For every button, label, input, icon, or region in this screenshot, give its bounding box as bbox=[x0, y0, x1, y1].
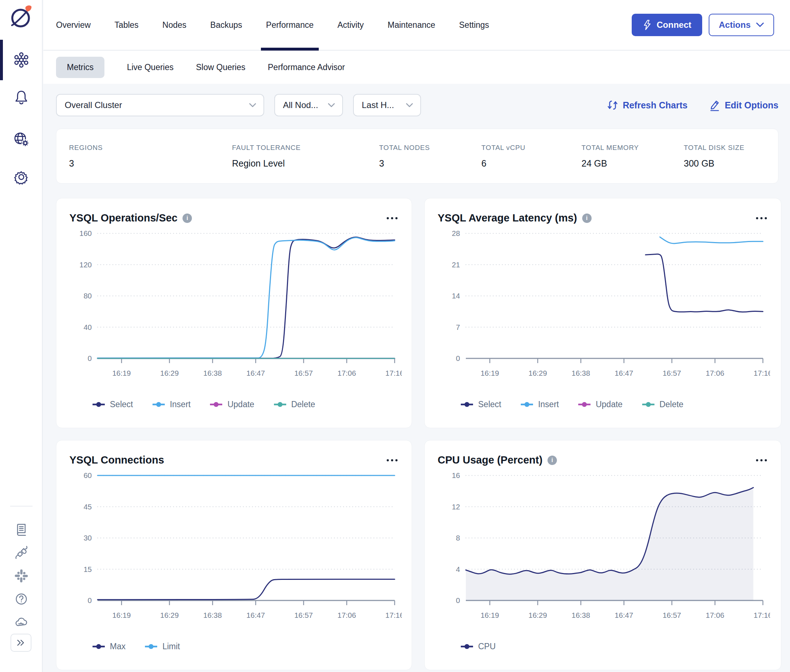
stat-value: 3 bbox=[379, 158, 481, 169]
svg-text:12: 12 bbox=[452, 502, 460, 511]
legend-item-update[interactable]: Update bbox=[210, 400, 254, 410]
svg-text:16:38: 16:38 bbox=[572, 611, 590, 619]
tab-activity[interactable]: Activity bbox=[338, 0, 364, 50]
tab-nodes[interactable]: Nodes bbox=[162, 0, 186, 50]
subtab-slow-queries[interactable]: Slow Queries bbox=[196, 62, 245, 72]
chart-menu-icon[interactable] bbox=[383, 455, 401, 466]
chart-legend: MaxLimit bbox=[93, 642, 401, 651]
legend-label: Insert bbox=[538, 400, 559, 410]
chart-card-ysql-connections: YSQL Connections 01530456016:1916:2916:3… bbox=[56, 440, 412, 670]
svg-text:45: 45 bbox=[83, 502, 92, 511]
legend-label: Update bbox=[227, 400, 254, 410]
time-range-select[interactable]: Last H... bbox=[353, 94, 421, 116]
legend-label: Delete bbox=[660, 400, 683, 410]
chart-menu-icon[interactable] bbox=[383, 213, 401, 224]
stat-value: 6 bbox=[481, 158, 582, 169]
stat-label: TOTAL DISK SIZE bbox=[684, 144, 778, 152]
svg-text:16:47: 16:47 bbox=[247, 611, 265, 619]
svg-text:21: 21 bbox=[452, 261, 460, 269]
svg-text:17:16: 17:16 bbox=[385, 611, 402, 619]
legend-item-insert[interactable]: Insert bbox=[521, 400, 559, 410]
stat-total-disk: TOTAL DISK SIZE 300 GB bbox=[684, 144, 778, 169]
legend-item-insert[interactable]: Insert bbox=[152, 400, 191, 410]
actions-button[interactable]: Actions bbox=[709, 14, 774, 36]
tab-maintenance[interactable]: Maintenance bbox=[388, 0, 436, 50]
svg-text:16:57: 16:57 bbox=[662, 611, 681, 619]
chevron-down-icon bbox=[406, 103, 413, 108]
chart-menu-icon[interactable] bbox=[753, 213, 770, 224]
lightning-icon bbox=[643, 19, 652, 30]
legend-marker-icon bbox=[93, 402, 105, 407]
legend-item-select[interactable]: Select bbox=[461, 400, 501, 410]
edit-options-button[interactable]: Edit Options bbox=[708, 99, 779, 111]
tab-performance[interactable]: Performance bbox=[266, 0, 314, 50]
chart-menu-icon[interactable] bbox=[753, 455, 770, 466]
legend-item-max[interactable]: Max bbox=[93, 642, 125, 651]
svg-text:16:57: 16:57 bbox=[294, 369, 312, 377]
stat-total-vcpu: TOTAL vCPU 6 bbox=[481, 144, 582, 169]
chart-title: YSQL Connections bbox=[69, 454, 164, 466]
svg-text:17:06: 17:06 bbox=[706, 611, 724, 619]
nodes-select[interactable]: All Nod... bbox=[274, 94, 343, 116]
svg-text:14: 14 bbox=[452, 291, 460, 300]
yugabyte-logo[interactable] bbox=[0, 0, 43, 36]
cluster-select[interactable]: Overall Cluster bbox=[56, 94, 264, 116]
tab-overview[interactable]: Overview bbox=[56, 0, 91, 50]
stat-regions: REGIONS 3 bbox=[69, 144, 232, 169]
subtab-metrics[interactable]: Metrics bbox=[56, 57, 104, 78]
legend-label: Insert bbox=[170, 400, 191, 410]
chart-legend: SelectInsertUpdateDelete bbox=[461, 400, 770, 410]
svg-text:16:38: 16:38 bbox=[572, 369, 590, 377]
svg-text:8: 8 bbox=[456, 534, 460, 542]
svg-text:15: 15 bbox=[83, 565, 92, 573]
legend-item-delete[interactable]: Delete bbox=[642, 400, 683, 410]
legend-label: Select bbox=[110, 400, 133, 410]
sidebar-item-alerts[interactable] bbox=[0, 80, 43, 115]
legend-label: Select bbox=[478, 400, 501, 410]
sidebar-item-clusters[interactable] bbox=[0, 43, 43, 77]
svg-text:16:47: 16:47 bbox=[247, 369, 265, 377]
svg-text:160: 160 bbox=[80, 229, 92, 237]
stat-label: TOTAL NODES bbox=[379, 144, 481, 152]
connect-button-label: Connect bbox=[657, 20, 691, 30]
yugabyte-logo-icon bbox=[10, 3, 33, 31]
svg-text:60: 60 bbox=[83, 471, 92, 480]
info-icon[interactable] bbox=[548, 456, 557, 465]
info-icon[interactable] bbox=[582, 213, 591, 223]
chart-legend: CPU bbox=[461, 642, 770, 651]
legend-item-limit[interactable]: Limit bbox=[145, 642, 180, 651]
legend-item-select[interactable]: Select bbox=[93, 400, 133, 410]
svg-text:16:47: 16:47 bbox=[615, 611, 633, 619]
time-range-select-value: Last H... bbox=[362, 100, 394, 110]
tab-settings[interactable]: Settings bbox=[459, 0, 489, 50]
svg-text:0: 0 bbox=[456, 354, 460, 362]
stat-value: Region Level bbox=[232, 158, 379, 169]
refresh-charts-button[interactable]: Refresh Charts bbox=[607, 99, 687, 111]
legend-item-delete[interactable]: Delete bbox=[274, 400, 315, 410]
svg-text:16:29: 16:29 bbox=[160, 611, 178, 619]
sidebar-expand-button[interactable] bbox=[11, 634, 32, 652]
chart-title: YSQL Operations/Sec bbox=[69, 212, 178, 224]
legend-marker-icon bbox=[93, 644, 105, 649]
sidebar-item-network[interactable] bbox=[0, 122, 43, 157]
chart-canvas: 01530456016:1916:2916:3816:4716:5717:061… bbox=[69, 470, 401, 632]
connect-button[interactable]: Connect bbox=[632, 14, 702, 36]
svg-text:40: 40 bbox=[83, 323, 92, 331]
stat-total-memory: TOTAL MEMORY 24 GB bbox=[582, 144, 684, 169]
legend-marker-icon bbox=[274, 402, 286, 407]
subtab-performance-advisor[interactable]: Performance Advisor bbox=[268, 62, 345, 72]
globe-settings-icon bbox=[12, 130, 30, 149]
sidebar-divider bbox=[10, 506, 32, 507]
legend-item-cpu[interactable]: CPU bbox=[461, 642, 496, 651]
legend-item-update[interactable]: Update bbox=[578, 400, 622, 410]
tab-tables[interactable]: Tables bbox=[115, 0, 138, 50]
subtab-live-queries[interactable]: Live Queries bbox=[127, 62, 173, 72]
info-icon[interactable] bbox=[183, 213, 192, 223]
cluster-select-value: Overall Cluster bbox=[65, 100, 122, 110]
tab-backups[interactable]: Backups bbox=[210, 0, 242, 50]
svg-text:16:29: 16:29 bbox=[528, 369, 547, 377]
svg-text:16:57: 16:57 bbox=[294, 611, 312, 619]
sidebar-item-settings[interactable] bbox=[0, 160, 43, 194]
svg-text:16:29: 16:29 bbox=[160, 369, 178, 377]
legend-marker-icon bbox=[152, 402, 165, 407]
